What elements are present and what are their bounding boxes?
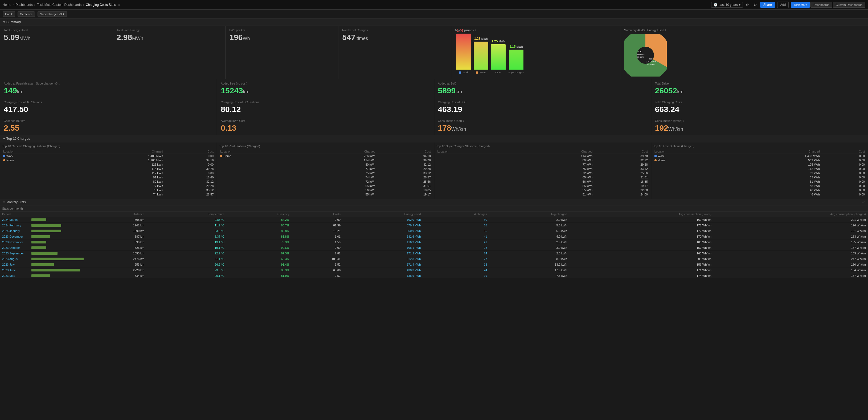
cell-bar bbox=[29, 251, 86, 256]
monthly-table-container[interactable]: Period Distance Temperature Efficiency C… bbox=[0, 212, 868, 279]
cell-energy[interactable]: 108.1 kWh bbox=[343, 245, 423, 251]
refresh-icon[interactable]: ⟳ bbox=[745, 3, 750, 7]
cell-cost: 0.00 bbox=[821, 184, 866, 188]
kwh-per-km-label: kWh per km bbox=[229, 29, 334, 32]
cell-period[interactable]: 2023 October bbox=[0, 245, 29, 251]
table-row: 114 kWh 39.78 bbox=[436, 154, 649, 159]
cell-temp: 22.2 °C bbox=[147, 251, 226, 256]
table-row: 51 kWh 24.00 bbox=[436, 192, 649, 197]
cell-cost: 0.00 bbox=[164, 154, 215, 159]
num-charges-label: Number of Charges bbox=[342, 29, 447, 32]
cell-energy[interactable]: 171.2 kWh bbox=[343, 251, 423, 256]
add-button[interactable]: Add bbox=[777, 2, 789, 8]
settings-icon[interactable]: ⚙ bbox=[752, 3, 758, 7]
info-icon-net: ℹ bbox=[463, 119, 464, 122]
breadcrumb-home[interactable]: Home bbox=[3, 3, 11, 7]
cell-charges[interactable]: 19 bbox=[423, 273, 489, 279]
cell-charged: 80 kWh bbox=[513, 158, 593, 162]
cell-cost: 18.60 bbox=[164, 175, 215, 179]
cell-period[interactable]: 2023 August bbox=[0, 256, 29, 262]
cell-charges[interactable]: 68 bbox=[423, 223, 489, 228]
tab-custom-dashboards[interactable]: Custom Dashboards bbox=[833, 2, 865, 8]
top10-section-header[interactable]: ▾ Top 10 Charges bbox=[0, 135, 868, 142]
cell-charges[interactable]: 55 bbox=[423, 228, 489, 234]
consumption-net-card: Consumption (net) ℹ 178Wh/km bbox=[434, 116, 651, 135]
cell-charged: 1,403 MWh bbox=[73, 154, 164, 159]
cell-period[interactable]: 2023 November bbox=[0, 240, 29, 245]
cell-energy[interactable]: 430.3 kWh bbox=[343, 268, 423, 273]
cell-location: Home bbox=[2, 158, 73, 162]
car-filter[interactable]: Car ▾ bbox=[3, 11, 15, 17]
th-avg-cons-drives: Avg consumption (drives) bbox=[569, 212, 714, 217]
cell-charges[interactable]: 77 bbox=[423, 256, 489, 262]
kwh-per-km-value: 196Wh bbox=[229, 33, 334, 42]
star-icon[interactable]: ☆ bbox=[118, 3, 121, 7]
table-row: 69 kWh 0.00 bbox=[653, 171, 866, 175]
cell-temp: 26.9 °C bbox=[147, 262, 226, 268]
cell-charges[interactable]: 41 bbox=[423, 234, 489, 240]
pie-dc-label: DC bbox=[639, 50, 642, 53]
cell-charges[interactable]: 50 bbox=[423, 217, 489, 223]
tab-teslamate[interactable]: TeslaMate bbox=[791, 2, 810, 8]
bar-home-fill bbox=[474, 41, 488, 69]
cell-energy[interactable]: 138.9 kWh bbox=[343, 273, 423, 279]
expand-icon[interactable]: ⤢ bbox=[862, 200, 865, 204]
share-button[interactable]: Share bbox=[760, 2, 775, 8]
cell-charges[interactable]: 13 bbox=[423, 262, 489, 268]
cell-energy[interactable]: 379.9 kWh bbox=[343, 223, 423, 228]
cell-charged: 726 kWh bbox=[296, 154, 376, 159]
cell-charges[interactable]: 28 bbox=[423, 245, 489, 251]
cell-distance: 887 km bbox=[86, 234, 147, 240]
cell-period[interactable]: 2023 May bbox=[0, 273, 29, 279]
col-cost: Cost bbox=[164, 149, 215, 154]
cell-location bbox=[653, 162, 726, 167]
top10-supercharger-table: Location Charged Cost 114 kWh 39.78 80 k… bbox=[436, 149, 649, 197]
cell-period[interactable]: 2023 July bbox=[0, 262, 29, 268]
table-row: 72 kWh 25.56 bbox=[436, 171, 649, 175]
cell-avg-charged: 6.6 kWh bbox=[489, 228, 569, 234]
time-range-selector[interactable]: 🕐 Last 10 years ▾ bbox=[711, 2, 743, 8]
breadcrumb-teslamate[interactable]: TeslaMate Custom Dashboards bbox=[37, 3, 82, 7]
cell-cost: 19.17 bbox=[376, 192, 432, 197]
cell-period[interactable]: 2024 March bbox=[0, 217, 29, 223]
cell-charged: 77 kWh bbox=[73, 184, 164, 188]
cell-bar bbox=[29, 256, 86, 262]
cell-period[interactable]: 2023 September bbox=[0, 251, 29, 256]
breadcrumb-dashboards[interactable]: Dashboards bbox=[16, 3, 33, 7]
list-item: 2023 August 2476 km 31.1 °C 69.3% 108.41… bbox=[0, 256, 868, 262]
cell-location bbox=[2, 192, 73, 197]
cell-charged: 53 kWh bbox=[726, 175, 821, 179]
pie-ac-value: 3.42 MWh bbox=[646, 60, 656, 63]
monthly-section-header[interactable]: ▾ Monthly Stats ⤢ bbox=[0, 199, 868, 206]
cell-cost: 32.12 bbox=[593, 158, 649, 162]
cell-charges[interactable]: 41 bbox=[423, 240, 489, 245]
cell-period[interactable]: 2023 December bbox=[0, 234, 29, 240]
cell-temp: 31.1 °C bbox=[147, 256, 226, 262]
cell-charges[interactable]: 74 bbox=[423, 251, 489, 256]
summary-section-header[interactable]: ▾ Summary bbox=[0, 19, 868, 26]
cost-suc-label: Charging Cost at SuC bbox=[438, 101, 647, 104]
cell-period[interactable]: 2023 June bbox=[0, 268, 29, 273]
supercharger-filter[interactable]: Supercharger v3 ▾ bbox=[37, 11, 67, 17]
bar-other: 1.25 MWh Other bbox=[491, 39, 506, 74]
col-cost-paid: Cost bbox=[376, 149, 432, 154]
cell-period[interactable]: 2024 January bbox=[0, 228, 29, 234]
cell-charges[interactable]: 24 bbox=[423, 268, 489, 273]
cell-charged: 80 kWh bbox=[296, 162, 376, 167]
cell-energy[interactable]: 102.0 kWh bbox=[343, 217, 423, 223]
cell-avg-cons-charges: 167 Wh/km bbox=[714, 273, 868, 279]
tab-dashboards[interactable]: Dashboards bbox=[810, 2, 832, 8]
cell-energy[interactable]: 171.4 kWh bbox=[343, 262, 423, 268]
cell-energy[interactable]: 182.6 kWh bbox=[343, 234, 423, 240]
cell-distance: 599 km bbox=[86, 240, 147, 245]
cell-energy[interactable]: 360.9 kWh bbox=[343, 228, 423, 234]
cell-period[interactable]: 2024 February bbox=[0, 223, 29, 228]
cell-energy[interactable]: 612.8 kWh bbox=[343, 256, 423, 262]
cell-cost: 29.28 bbox=[376, 167, 432, 171]
chevron-down-icon: ▾ bbox=[739, 3, 741, 7]
cell-location: Home bbox=[219, 154, 296, 159]
avg-kwh-card: Average kWh Cost 0.13 bbox=[217, 116, 434, 135]
cell-charged: 65 kWh bbox=[513, 175, 593, 179]
cell-energy[interactable]: 116.9 kWh bbox=[343, 240, 423, 245]
geofence-filter[interactable]: Geofence bbox=[18, 11, 35, 17]
